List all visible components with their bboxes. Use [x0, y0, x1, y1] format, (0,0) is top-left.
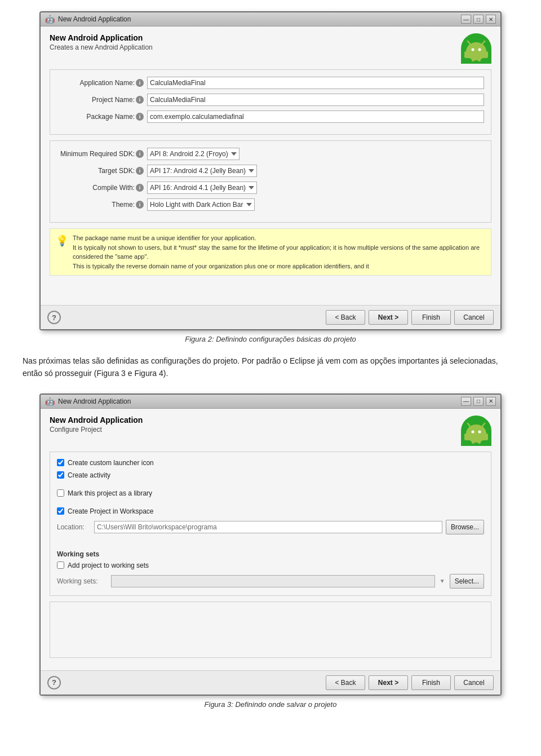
minimize-button-2[interactable]: —: [461, 397, 471, 406]
create-activity-label: Create activity: [68, 471, 110, 479]
theme-select-wrapper: Holo Light with Dark Action Bar: [147, 198, 484, 211]
close-button-1[interactable]: ✕: [486, 15, 496, 24]
svg-rect-17: [485, 434, 488, 440]
add-to-working-sets-checkbox[interactable]: [57, 562, 64, 569]
create-launcher-icon-checkbox[interactable]: [57, 459, 64, 466]
svg-point-13: [478, 430, 481, 433]
compile-with-select-wrapper: API 16: Android 4.1 (Jelly Bean): [147, 182, 484, 194]
mark-as-library-checkbox[interactable]: [57, 489, 64, 497]
browse-button[interactable]: Browse...: [446, 520, 484, 534]
finish-button-2[interactable]: Finish: [411, 675, 451, 690]
next-button-2[interactable]: Next >: [369, 675, 408, 690]
svg-rect-7: [485, 51, 488, 58]
svg-line-4: [468, 41, 471, 45]
form-fields-section-1: Application Name: i Project Name: i Pack…: [50, 69, 491, 135]
dialog-2-header: New Android Application Configure Projec…: [50, 415, 491, 446]
help-section-2: ?: [47, 676, 61, 689]
theme-select[interactable]: Holo Light with Dark Action Bar: [147, 198, 255, 211]
spacer-2a: [57, 484, 484, 489]
help-button-2[interactable]: ?: [47, 676, 61, 689]
svg-rect-18: [472, 439, 475, 444]
next-button-1[interactable]: Next >: [369, 310, 408, 325]
application-name-info-icon: i: [136, 79, 144, 87]
location-label: Location:: [57, 523, 91, 531]
configure-project-area: Create custom launcher icon Create activ…: [50, 452, 491, 596]
add-to-working-sets-row: Add project to working sets: [57, 562, 484, 569]
dialog-1-titlebar: 🤖 New Android Application — □ ✕: [41, 12, 500, 26]
minimum-sdk-label: Minimum Required SDK: i: [57, 150, 147, 158]
close-button-2[interactable]: ✕: [486, 397, 496, 406]
svg-point-2: [472, 48, 475, 51]
working-sets-dropdown-arrow: ▼: [438, 578, 446, 584]
target-sdk-label: Target SDK: i: [57, 167, 147, 175]
dialog-2-main-title: New Android Application: [50, 415, 143, 425]
create-in-workspace-checkbox[interactable]: [57, 507, 64, 515]
working-sets-section: Working sets Add project to working sets…: [57, 550, 484, 589]
select-button[interactable]: Select...: [450, 574, 484, 589]
spacer-2b: [57, 502, 484, 507]
minimum-sdk-info-icon: i: [136, 150, 144, 158]
info-box-text-1: The package name must be a unique identi…: [73, 233, 485, 271]
application-name-label: Application Name: i: [57, 79, 147, 87]
dialog-1-subtitle: Creates a new Android Application: [50, 43, 153, 51]
help-section-1: ?: [47, 311, 61, 324]
dialog-1-body: New Android Application Creates a new An…: [41, 26, 500, 305]
svg-rect-11: [466, 432, 486, 440]
dialog-1-header-text: New Android Application Creates a new An…: [50, 33, 153, 51]
empty-area-2: [50, 602, 491, 658]
svg-line-5: [482, 41, 485, 45]
create-in-workspace-label: Create Project in Workspace: [68, 507, 154, 515]
spacer-2c: [57, 540, 484, 545]
package-name-info-icon: i: [136, 113, 144, 121]
dialog-2-title: New Android Application: [58, 397, 131, 405]
working-sets-input[interactable]: [111, 575, 435, 587]
dialog-2-titlebar: 🤖 New Android Application — □ ✕: [41, 395, 500, 409]
minimize-button-1[interactable]: —: [461, 15, 471, 24]
compile-with-row: Compile With: i API 16: Android 4.1 (Jel…: [57, 182, 484, 194]
dialog-2-body: New Android Application Configure Projec…: [41, 409, 500, 670]
create-activity-row: Create activity: [57, 471, 484, 479]
working-sets-input-row: Working sets: ▼ Select...: [57, 574, 484, 589]
maximize-button-1[interactable]: □: [473, 15, 484, 24]
dialog-1: 🤖 New Android Application — □ ✕ New Andr…: [39, 11, 502, 330]
help-button-1[interactable]: ?: [47, 311, 61, 324]
cancel-button-1[interactable]: Cancel: [454, 310, 494, 325]
dialog-2-subtitle: Configure Project: [50, 426, 143, 434]
create-launcher-icon-row: Create custom launcher icon: [57, 459, 484, 467]
location-input[interactable]: [94, 521, 442, 533]
package-name-row: Package Name: i: [57, 110, 484, 123]
package-name-input[interactable]: [147, 110, 484, 123]
dialog-2-icon: 🤖: [45, 397, 55, 406]
svg-rect-6: [464, 51, 467, 58]
create-activity-checkbox[interactable]: [57, 471, 64, 479]
create-in-workspace-row: Create Project in Workspace: [57, 507, 484, 515]
application-name-row: Application Name: i: [57, 77, 484, 89]
target-sdk-select-wrapper: API 17: Android 4.2 (Jelly Bean): [147, 165, 484, 177]
svg-rect-9: [478, 57, 481, 61]
cancel-button-2[interactable]: Cancel: [454, 675, 494, 690]
compile-with-select[interactable]: API 16: Android 4.1 (Jelly Bean): [147, 182, 257, 194]
minimum-sdk-select[interactable]: API 8: Android 2.2 (Froyo): [147, 148, 240, 160]
android-logo-2: [461, 415, 491, 446]
application-name-input[interactable]: [147, 77, 484, 89]
spacer-1: [50, 281, 491, 298]
target-sdk-row: Target SDK: i API 17: Android 4.2 (Jelly…: [57, 165, 484, 177]
back-button-2[interactable]: < Back: [326, 675, 365, 690]
project-name-row: Project Name: i: [57, 94, 484, 106]
android-robot-svg-1: [462, 34, 490, 63]
body-text-paragraph: Nas próximas telas são definidas as conf…: [23, 355, 518, 380]
back-button-1[interactable]: < Back: [326, 310, 365, 325]
project-name-input[interactable]: [147, 94, 484, 106]
svg-rect-1: [466, 50, 486, 58]
target-sdk-info-icon: i: [136, 167, 144, 175]
theme-row: Theme: i Holo Light with Dark Action Bar: [57, 198, 484, 211]
maximize-button-2[interactable]: □: [473, 397, 484, 406]
add-to-working-sets-label: Add project to working sets: [68, 562, 149, 569]
dialog-2-header-text: New Android Application Configure Projec…: [50, 415, 143, 434]
finish-button-1[interactable]: Finish: [411, 310, 451, 325]
target-sdk-select[interactable]: API 17: Android 4.2 (Jelly Bean): [147, 165, 257, 177]
working-sets-title: Working sets: [57, 550, 484, 558]
theme-info-icon: i: [136, 201, 144, 209]
minimum-sdk-row: Minimum Required SDK: i API 8: Android 2…: [57, 148, 484, 160]
mark-as-library-row: Mark this project as a library: [57, 489, 484, 497]
